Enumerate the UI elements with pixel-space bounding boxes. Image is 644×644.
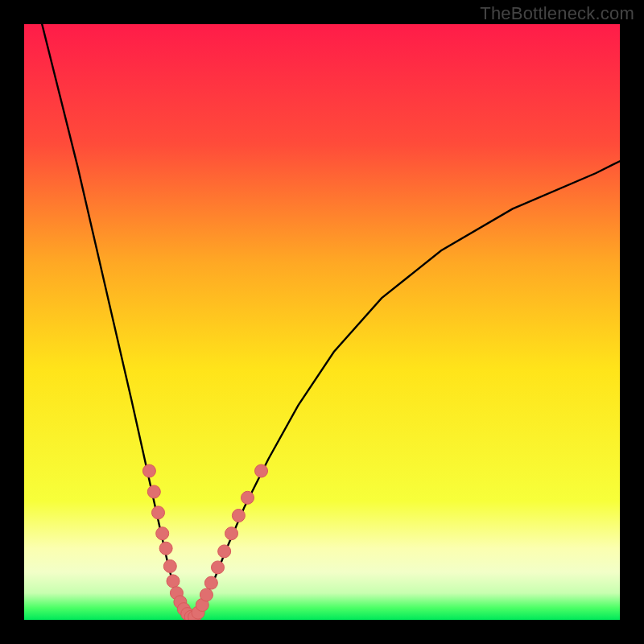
right-curve: [191, 161, 620, 620]
curves-layer: [24, 24, 620, 620]
dot: [218, 545, 231, 558]
highlight-dots: [142, 464, 267, 620]
dot: [200, 588, 213, 601]
dot: [212, 561, 225, 574]
dot: [142, 464, 155, 477]
plot-area: [24, 24, 620, 620]
dot: [156, 527, 169, 540]
left-curve: [42, 24, 191, 620]
dot: [167, 575, 180, 588]
dot: [204, 576, 217, 589]
dot: [242, 491, 254, 504]
dot: [225, 527, 238, 540]
dot: [152, 506, 165, 519]
watermark-text: TheBottleneck.com: [480, 3, 634, 24]
dot: [159, 542, 172, 555]
dot: [163, 559, 176, 572]
dot: [147, 485, 160, 498]
dot: [232, 510, 245, 522]
dot: [255, 464, 268, 477]
chart-frame: TheBottleneck.com: [0, 0, 644, 644]
